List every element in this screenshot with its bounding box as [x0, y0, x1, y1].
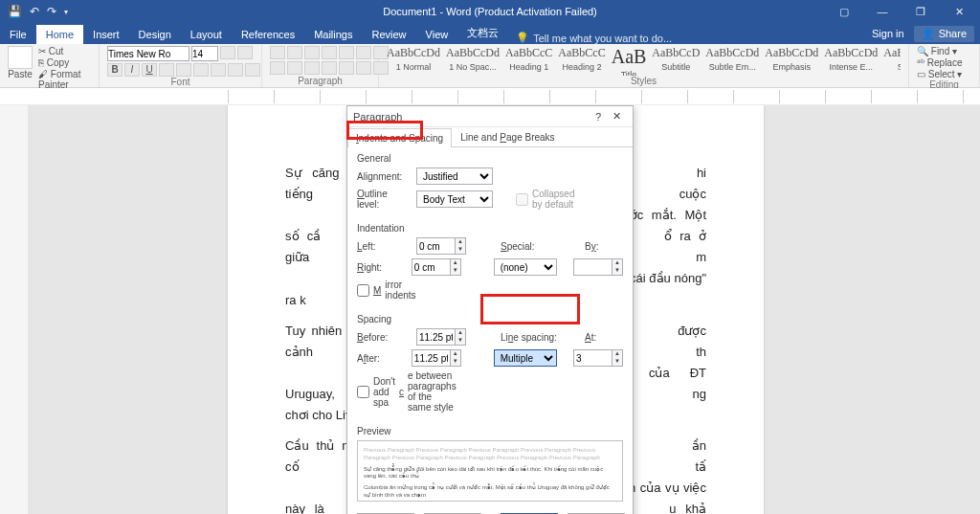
group-label: Font: [107, 77, 254, 88]
group-label: Styles: [387, 76, 901, 87]
tab-insert[interactable]: Insert: [83, 25, 129, 44]
shrink-font-icon[interactable]: [237, 46, 253, 59]
close-icon[interactable]: ✕: [942, 6, 976, 18]
align-center-button[interactable]: [287, 61, 302, 75]
mirror-indents-checkbox[interactable]: Mirror indents: [357, 279, 411, 301]
tab-file[interactable]: File: [0, 25, 36, 44]
undo-icon[interactable]: ↶: [30, 5, 39, 18]
special-label: Special:: [501, 241, 546, 252]
sort-button[interactable]: [356, 46, 371, 59]
share-button[interactable]: 👤Share: [914, 26, 974, 42]
find-button[interactable]: 🔍 Find ▾: [917, 46, 962, 56]
shading-button[interactable]: [356, 61, 371, 75]
align-right-button[interactable]: [304, 61, 320, 75]
style-subtitle[interactable]: AaBbCcDSubtitle: [652, 46, 700, 72]
minimize-icon[interactable]: —: [865, 6, 900, 18]
tab-mailings[interactable]: Mailings: [304, 25, 362, 44]
text-effects-button[interactable]: [211, 63, 226, 77]
group-label: Paragraph: [270, 76, 370, 87]
tab-acrobat[interactable]: 文档云: [457, 22, 508, 44]
horizontal-ruler[interactable]: [0, 88, 980, 105]
bold-button[interactable]: B: [107, 63, 122, 77]
superscript-button[interactable]: [193, 63, 209, 77]
select-button[interactable]: ▭ Select ▾: [917, 69, 962, 79]
quick-access-toolbar: 💾 ↶ ↷ ▾: [0, 5, 68, 18]
align-left-button[interactable]: [270, 61, 285, 75]
subscript-button[interactable]: [176, 63, 191, 77]
numbering-button[interactable]: [287, 46, 302, 59]
multilevel-button[interactable]: [304, 46, 320, 59]
dont-add-space-checkbox[interactable]: Don't add space between paragraphs of th…: [357, 370, 411, 413]
font-family-combo[interactable]: [107, 46, 189, 61]
replace-button[interactable]: ᵃᵇ Replace: [917, 57, 962, 68]
help-icon[interactable]: ?: [590, 111, 607, 123]
bulb-icon: 💡: [516, 32, 529, 44]
maximize-icon[interactable]: ❐: [903, 6, 938, 18]
paragraph-dialog: Paragraph ? ✕ Indents and Spacing Line a…: [346, 105, 634, 514]
special-select[interactable]: (none): [494, 258, 557, 276]
style-1-no-spac-[interactable]: AaBbCcDd1 No Spac...: [446, 46, 500, 72]
highlight-button[interactable]: [228, 63, 243, 77]
paste-button[interactable]: Paste: [8, 46, 33, 79]
tab-design[interactable]: Design: [129, 25, 181, 44]
style-strong[interactable]: AaBbCcDcStrong: [883, 46, 901, 72]
style-heading-1[interactable]: AaBbCcCHeading 1: [505, 46, 552, 72]
font-color-button[interactable]: [245, 63, 260, 77]
style-heading-2[interactable]: AaBbCcCHeading 2: [558, 46, 605, 72]
tab-review[interactable]: Review: [363, 25, 416, 44]
preview-box: Previous Paragraph Previous Paragraph Pr…: [357, 440, 623, 502]
strike-button[interactable]: [159, 63, 174, 77]
tell-me[interactable]: 💡Tell me what you want to do...: [516, 32, 672, 44]
document-area: Sự căng thxxxxxxxxxxxxxxxxxxxxxxxxxxxxxx…: [0, 105, 980, 514]
sign-in-link[interactable]: Sign in: [872, 28, 904, 39]
share-label: Share: [939, 28, 967, 39]
format-painter-button[interactable]: 🖌 Format Painter: [38, 69, 91, 90]
dialog-tab-breaks[interactable]: Line and Page Breaks: [452, 127, 563, 146]
font-size-combo[interactable]: [191, 46, 218, 61]
paste-icon: [8, 46, 33, 69]
style-emphasis[interactable]: AaBbCcDdEmphasis: [765, 46, 818, 72]
at-input[interactable]: [573, 349, 612, 367]
by-input[interactable]: [573, 258, 612, 276]
group-clipboard: Paste ✂ Cut ⎘ Copy 🖌 Format Painter Clip…: [0, 44, 100, 87]
alignment-select[interactable]: Justified: [416, 168, 493, 185]
after-label: After:: [357, 353, 406, 364]
line-spacing-button[interactable]: [339, 61, 354, 75]
section-indentation: Indentation: [357, 223, 623, 234]
cut-button[interactable]: ✂ Cut: [38, 46, 91, 56]
vertical-ruler[interactable]: [0, 105, 29, 514]
underline-button[interactable]: U: [142, 63, 157, 77]
tab-view[interactable]: View: [416, 25, 458, 44]
bullets-button[interactable]: [270, 46, 285, 59]
right-indent-input[interactable]: [412, 258, 450, 276]
ribbon-tabs: File Home Insert Design Layout Reference…: [0, 23, 980, 44]
dialog-tab-indents[interactable]: Indents and Spacing: [347, 128, 452, 147]
line-spacing-select[interactable]: Multiple: [494, 349, 557, 367]
group-paragraph: Paragraph: [262, 44, 379, 87]
tab-home[interactable]: Home: [36, 25, 83, 44]
after-input[interactable]: [412, 349, 450, 367]
justify-button[interactable]: [322, 61, 337, 75]
copy-button[interactable]: ⎘ Copy: [38, 57, 91, 68]
decrease-indent-button[interactable]: [322, 46, 337, 59]
grow-font-icon[interactable]: [220, 46, 235, 59]
italic-button[interactable]: I: [124, 63, 140, 77]
style-title[interactable]: AaBTitle: [612, 46, 647, 76]
style-intense-e-[interactable]: AaBbCcDdIntense E...: [824, 46, 878, 72]
before-input[interactable]: [416, 328, 455, 346]
tab-references[interactable]: References: [232, 25, 304, 44]
at-label: At:: [585, 332, 604, 343]
increase-indent-button[interactable]: [339, 46, 354, 59]
redo-icon[interactable]: ↷: [47, 5, 56, 18]
section-spacing: Spacing: [357, 314, 623, 324]
outline-select[interactable]: Body Text: [416, 190, 493, 208]
qat-dropdown-icon[interactable]: ▾: [64, 8, 68, 16]
before-label: Before:: [357, 332, 411, 343]
left-indent-input[interactable]: [416, 237, 455, 255]
dialog-close-icon[interactable]: ✕: [607, 110, 627, 123]
style-1-normal[interactable]: AaBbCcDd1 Normal: [387, 46, 440, 72]
style-subtle-em-[interactable]: AaBbCcDdSubtle Em...: [705, 46, 759, 72]
ribbon-options-icon[interactable]: ▢: [827, 6, 861, 18]
save-icon[interactable]: 💾: [8, 5, 22, 18]
tab-layout[interactable]: Layout: [181, 25, 232, 44]
